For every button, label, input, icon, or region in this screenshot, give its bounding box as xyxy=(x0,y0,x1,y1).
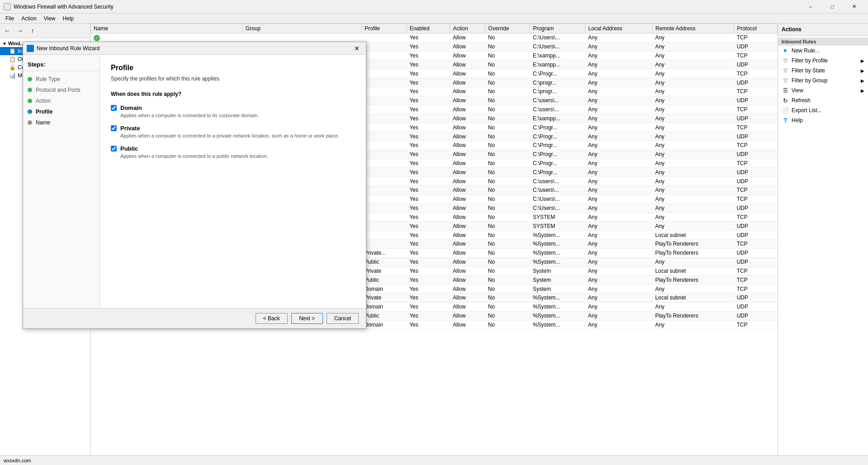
table-row[interactable]: Yes Allow No C:\Users\... Any Any TCP xyxy=(91,33,778,43)
menu-action[interactable]: Action xyxy=(18,14,40,23)
menu-file[interactable]: File xyxy=(2,14,18,23)
cell-override: No xyxy=(485,177,530,186)
expand-icon: ▼ xyxy=(2,41,7,46)
cell-profile: Domain xyxy=(362,302,407,311)
cell-protocol: TCP xyxy=(734,186,778,195)
view-icon: ☰ xyxy=(782,87,789,94)
connection-icon: 🔒 xyxy=(9,64,16,71)
col-protocol[interactable]: Protocol xyxy=(734,24,778,33)
next-button[interactable]: Next > xyxy=(291,313,323,324)
dialog-close-button[interactable]: ✕ xyxy=(351,44,362,53)
cell-enabled: Yes xyxy=(407,42,450,51)
filter-profile-label: Filter by Profile xyxy=(792,57,828,64)
inbound-rules-section-title[interactable]: Inbound Rules xyxy=(778,38,868,46)
domain-desc: Applies when a computer is connected to … xyxy=(120,113,259,118)
cell-profile xyxy=(362,186,407,195)
cell-local: Any xyxy=(585,275,652,285)
refresh-item[interactable]: ↻ Refresh xyxy=(778,95,868,105)
col-group[interactable]: Group xyxy=(242,24,361,33)
step-protocol[interactable]: Protocol and Ports xyxy=(23,85,100,95)
cell-protocol: UDP xyxy=(734,294,778,303)
cell-program: C:\Users\... xyxy=(530,204,585,213)
col-program[interactable]: Program xyxy=(530,24,585,33)
cell-profile xyxy=(362,141,407,150)
cell-protocol: UDP xyxy=(734,168,778,177)
cell-enabled: Yes xyxy=(407,78,450,87)
cell-local: Any xyxy=(585,248,652,257)
dialog-titlebar: New Inbound Rule Wizard ✕ xyxy=(23,42,366,55)
cell-profile xyxy=(362,159,407,168)
forward-button[interactable]: → xyxy=(14,25,25,36)
cancel-button[interactable]: Cancel xyxy=(327,313,359,324)
col-remote[interactable]: Remote Address xyxy=(652,24,734,33)
public-checkbox[interactable] xyxy=(111,146,117,152)
view-arrow: ▶ xyxy=(861,88,864,93)
close-button[interactable]: ✕ xyxy=(844,0,864,14)
filter-state-item[interactable]: ▽ Filter by State ▶ xyxy=(778,66,868,76)
cell-enabled: Yes xyxy=(407,266,450,275)
cell-override: No xyxy=(485,150,530,159)
back-button[interactable]: < Back xyxy=(256,313,288,324)
export-list-item[interactable]: 📄 Export List... xyxy=(778,105,868,115)
cell-program: C:\users\... xyxy=(530,96,585,105)
cell-profile xyxy=(362,96,407,105)
col-override[interactable]: Override xyxy=(485,24,530,33)
profile-question: When does this rule apply? xyxy=(111,91,355,97)
cell-local: Any xyxy=(585,195,652,204)
cell-action: Allow xyxy=(450,141,485,150)
step-name[interactable]: Name xyxy=(23,117,100,128)
cell-action: Allow xyxy=(450,231,485,240)
cell-profile xyxy=(362,213,407,222)
col-enabled[interactable]: Enabled xyxy=(407,24,450,33)
private-checkbox[interactable] xyxy=(111,125,117,131)
cell-override: No xyxy=(485,222,530,231)
step-dot-name xyxy=(28,120,32,125)
cell-protocol: TCP xyxy=(734,240,778,249)
cell-remote: Any xyxy=(652,150,734,159)
cell-remote: Any xyxy=(652,168,734,177)
cell-program: SYSTEM xyxy=(530,222,585,231)
step-action[interactable]: Action xyxy=(23,95,100,106)
step-profile[interactable]: Profile xyxy=(23,106,100,117)
menu-help[interactable]: Help xyxy=(59,14,78,23)
cell-action: Allow xyxy=(450,33,485,43)
filter-profile-item[interactable]: ▽ Filter by Profile ▶ xyxy=(778,56,868,66)
maximize-button[interactable]: □ xyxy=(822,0,843,14)
col-profile[interactable]: Profile xyxy=(362,24,407,33)
col-name[interactable]: Name xyxy=(91,24,243,33)
dialog-title: New Inbound Rule Wizard xyxy=(37,45,351,52)
cell-program: C:\Progr... xyxy=(530,123,585,132)
filter-group-item[interactable]: ▽ Filter by Group ▶ xyxy=(778,76,868,85)
cell-program: %System... xyxy=(530,248,585,257)
cell-enabled: Yes xyxy=(407,257,450,266)
cell-override: No xyxy=(485,204,530,213)
step-rule-type[interactable]: Rule Type xyxy=(23,74,100,85)
cell-protocol: TCP xyxy=(734,320,778,329)
minimize-button[interactable]: − xyxy=(800,0,821,14)
cell-remote: Local subnet xyxy=(652,266,734,275)
col-local[interactable]: Local Address xyxy=(585,24,652,33)
cell-enabled: Yes xyxy=(407,204,450,213)
menu-view[interactable]: View xyxy=(40,14,59,23)
cell-action: Allow xyxy=(450,168,485,177)
up-button[interactable]: ↑ xyxy=(27,25,38,36)
cell-local: Any xyxy=(585,168,652,177)
help-item[interactable]: ? Help xyxy=(778,115,868,125)
col-action[interactable]: Action xyxy=(450,24,485,33)
cell-protocol: TCP xyxy=(734,285,778,294)
back-button[interactable]: ← xyxy=(2,25,13,36)
cell-remote: Any xyxy=(652,96,734,105)
cell-local: Any xyxy=(585,222,652,231)
cell-local: Any xyxy=(585,51,652,60)
cell-override: No xyxy=(485,87,530,96)
export-label: Export List... xyxy=(792,107,822,114)
cell-enabled: Yes xyxy=(407,177,450,186)
cell-program: %System... xyxy=(530,311,585,320)
cell-program: C:\Progr... xyxy=(530,141,585,150)
domain-checkbox[interactable] xyxy=(111,105,117,111)
cell-action: Allow xyxy=(450,311,485,320)
cell-action: Allow xyxy=(450,240,485,249)
new-rule-item[interactable]: ✦ New Rule... xyxy=(778,46,868,56)
view-item[interactable]: ☰ View ▶ xyxy=(778,85,868,95)
cell-local: Any xyxy=(585,96,652,105)
